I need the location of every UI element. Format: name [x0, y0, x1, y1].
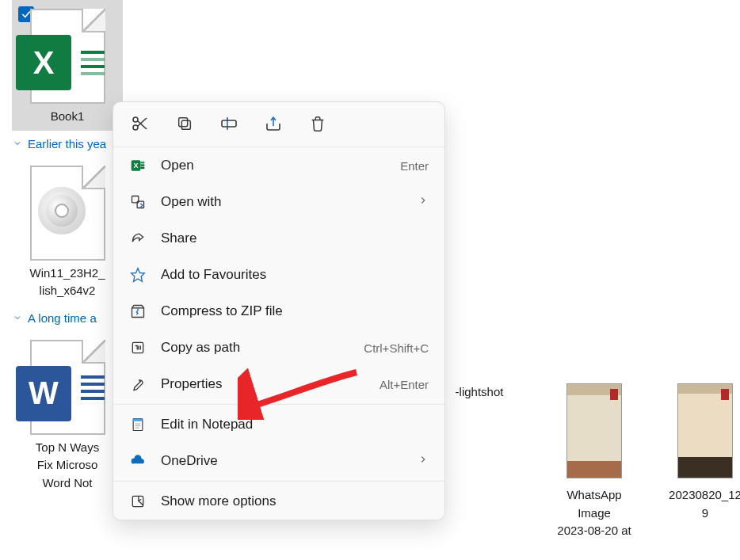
- svg-text:X: X: [133, 162, 139, 170]
- menu-compress-zip[interactable]: Compress to ZIP file: [113, 293, 444, 330]
- menu-label: Show more options: [161, 493, 429, 509]
- menu-open-with[interactable]: Open with: [113, 184, 444, 220]
- menu-copy-path[interactable]: Copy as path Ctrl+Shift+C: [113, 330, 444, 366]
- rename-icon: [219, 114, 238, 135]
- scissors-icon: [131, 114, 150, 135]
- svg-rect-17: [133, 419, 143, 421]
- svg-rect-4: [181, 120, 190, 129]
- menu-separator: [113, 404, 444, 405]
- file-label: 20230820_12 9: [658, 486, 740, 522]
- excel-file-icon: X: [24, 5, 111, 108]
- file-label: Book1: [51, 108, 85, 126]
- share-button[interactable]: [262, 113, 284, 135]
- menu-separator: [113, 481, 444, 482]
- svg-rect-5: [179, 117, 188, 126]
- open-with-icon: [129, 193, 147, 211]
- svg-marker-14: [132, 269, 145, 282]
- group-label: Earlier this yea: [28, 137, 106, 150]
- menu-onedrive[interactable]: OneDrive: [113, 443, 444, 479]
- menu-label: Add to Favourites: [161, 267, 429, 283]
- svg-rect-21: [132, 496, 143, 506]
- photo-thumbnail-icon: [566, 383, 622, 478]
- file-label: Win11_23H2_ lish_x64v2: [29, 265, 105, 300]
- copy-icon: [176, 115, 193, 135]
- disc-file-icon: [24, 162, 111, 265]
- chevron-right-icon: [418, 453, 429, 469]
- svg-rect-6: [222, 120, 236, 127]
- cut-button[interactable]: [129, 113, 151, 135]
- menu-hint: Ctrl+Shift+C: [364, 341, 429, 355]
- delete-button[interactable]: [307, 113, 329, 135]
- menu-label: Compress to ZIP file: [161, 303, 429, 319]
- menu-add-favourites[interactable]: Add to Favourites: [113, 257, 444, 293]
- file-win11-iso[interactable]: Win11_23H2_ lish_x64v2: [12, 157, 123, 305]
- menu-edit-notepad[interactable]: Edit in Notepad: [113, 406, 444, 443]
- file-photo-20230820[interactable]: 20230820_12 9: [658, 383, 740, 522]
- menu-open[interactable]: X Open Enter: [113, 147, 444, 184]
- excel-app-icon: X: [129, 157, 147, 174]
- svg-rect-10: [140, 164, 144, 166]
- share-icon: [264, 114, 283, 135]
- photo-thumbnail-icon: [677, 383, 733, 478]
- menu-hint: Enter: [400, 159, 429, 173]
- notepad-icon: [129, 416, 147, 433]
- zip-icon: [129, 303, 147, 320]
- file-lightshot[interactable]: -lightshot: [444, 380, 515, 402]
- file-whatsapp-image[interactable]: WhatsApp Image 2023-08-20 at: [539, 383, 650, 540]
- file-book1[interactable]: X Book1: [12, 0, 123, 131]
- copy-button[interactable]: [174, 113, 196, 135]
- file-word-doc[interactable]: W Top N Ways Fix Microso Word Not: [12, 331, 123, 497]
- svg-rect-15: [132, 342, 143, 352]
- menu-label: OneDrive: [161, 453, 403, 469]
- menu-label: Open: [161, 158, 386, 173]
- star-icon: [129, 266, 147, 284]
- menu-label: Share: [161, 230, 429, 246]
- file-label: -lightshot: [444, 383, 515, 402]
- menu-label: Copy as path: [161, 340, 349, 356]
- context-menu: X Open Enter Open with Share Add to Favo…: [113, 101, 445, 520]
- word-file-icon: W: [24, 336, 111, 439]
- file-label: WhatsApp Image 2023-08-20 at: [539, 486, 650, 540]
- menu-label: Open with: [161, 194, 403, 210]
- copy-path-icon: [129, 339, 147, 356]
- menu-properties[interactable]: Properties Alt+Enter: [113, 366, 444, 402]
- menu-label: Edit in Notepad: [161, 417, 429, 432]
- menu-show-more[interactable]: Show more options: [113, 483, 444, 520]
- share-arrow-icon: [129, 230, 147, 247]
- menu-share[interactable]: Share: [113, 220, 444, 257]
- rename-button[interactable]: [218, 113, 240, 135]
- group-label: A long time a: [28, 311, 97, 325]
- chevron-right-icon: [418, 194, 429, 210]
- chevron-down-icon: [12, 312, 23, 323]
- menu-hint: Alt+Enter: [380, 378, 429, 391]
- chevron-down-icon: [12, 138, 23, 149]
- trash-icon: [309, 115, 326, 135]
- menu-label: Properties: [161, 376, 365, 392]
- context-menu-toolbar: [113, 102, 444, 147]
- svg-rect-9: [140, 162, 144, 164]
- wrench-icon: [129, 375, 147, 393]
- more-options-icon: [129, 493, 147, 510]
- onedrive-icon: [129, 452, 147, 470]
- svg-rect-11: [140, 167, 144, 170]
- file-label: Top N Ways Fix Microso Word Not: [36, 439, 99, 493]
